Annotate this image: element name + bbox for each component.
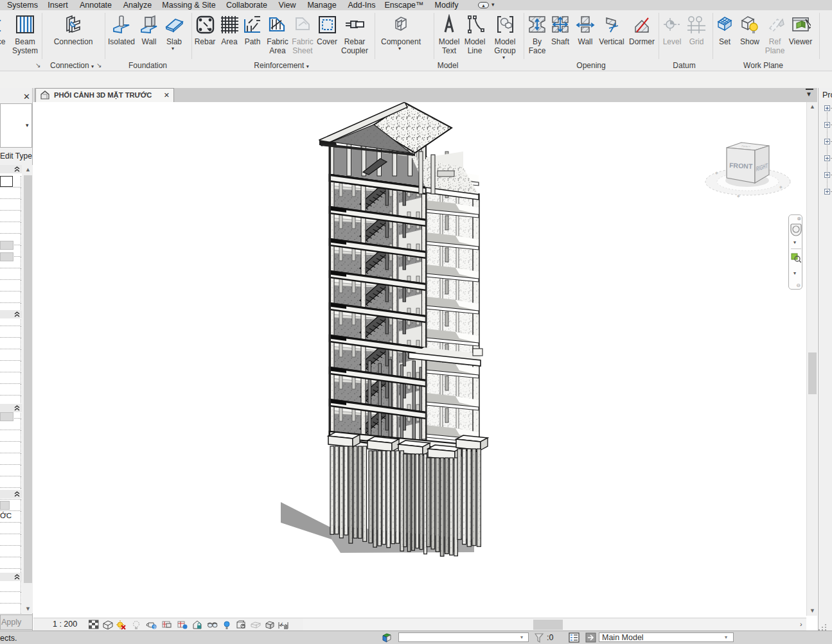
svg-text:9: 9 (154, 625, 156, 629)
svg-text:◆: ◆ (779, 185, 783, 189)
svg-text:◆: ◆ (715, 171, 718, 175)
svg-text:FRONT: FRONT (729, 161, 753, 170)
svg-text:◆: ◆ (737, 194, 740, 198)
